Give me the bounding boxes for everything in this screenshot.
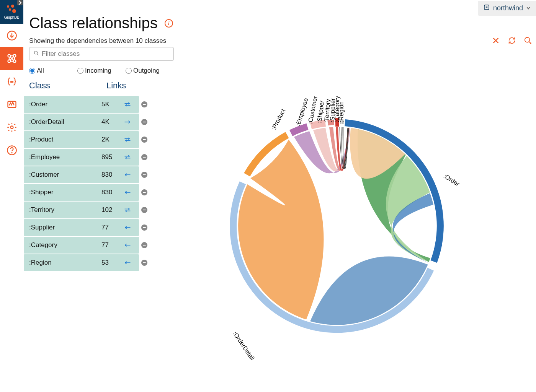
direction-icon[interactable] [122,119,133,125]
direction-icon[interactable] [122,102,133,107]
page-title: Class relationships i [29,15,536,32]
export-icon[interactable] [524,36,532,45]
links-count-cell: 102 [101,206,122,214]
svg-point-13 [34,51,38,54]
repository-selector[interactable]: northwind [478,1,536,16]
sidebar-sparql-icon[interactable] [0,70,23,93]
class-name-cell: :Product [29,136,101,143]
remove-class-button[interactable] [141,172,147,178]
remove-class-button[interactable] [141,154,147,160]
expand-sidebar-button[interactable] [17,0,23,5]
links-count-cell: 77 [101,241,122,249]
remove-class-button[interactable] [141,242,147,248]
filter-radio-incoming[interactable]: Incoming [77,67,126,75]
svg-point-9 [10,126,13,129]
remove-class-button[interactable] [141,137,147,143]
search-icon [33,50,42,58]
direction-icon[interactable] [122,260,133,265]
links-count-cell: 830 [101,171,122,179]
table-row[interactable]: :Customer830 [24,166,139,183]
close-icon[interactable] [492,36,500,45]
sidebar-setup-icon[interactable] [0,116,23,139]
table-row[interactable]: :Product2K [24,131,139,148]
direction-icon[interactable] [122,190,133,195]
chord-diagram[interactable]: :Order :OrderDetail :Product :Employee :… [226,96,448,363]
filter-radio-label: All [37,67,44,75]
filter-radio-label: Outgoing [133,67,160,75]
sidebar: GraphDB [0,0,23,392]
filter-radio-outgoing[interactable]: Outgoing [126,67,174,75]
sidebar-explore-icon[interactable] [0,47,23,70]
links-count-cell: 2K [101,136,122,143]
direction-icon[interactable] [122,225,133,230]
filter-classes-input[interactable] [42,50,170,58]
class-name-cell: :Supplier [29,224,101,231]
sidebar-monitor-icon[interactable] [0,93,23,116]
links-count-cell: 895 [101,153,122,161]
sidebar-import-icon[interactable] [0,24,23,47]
remove-class-button[interactable] [141,260,147,266]
links-count-cell: 53 [101,259,122,267]
links-count-cell: 4K [101,118,122,126]
class-name-cell: :Territory [29,206,101,214]
filter-classes-input-wrap[interactable] [29,47,174,61]
svg-point-11 [11,153,12,153]
chevron-down-icon [526,4,531,12]
page-subtitle: Showing the dependencies between 10 clas… [29,37,536,45]
table-row[interactable]: :OrderDetail4K [24,114,139,130]
direction-filter-group: AllIncomingOutgoing [29,67,174,75]
class-name-cell: :Order [29,101,101,108]
filter-radio-label: Incoming [85,67,111,75]
direction-icon[interactable] [122,137,133,142]
class-links-table: Class Links :Order5K:OrderDetail4K:Produ… [24,78,146,271]
remove-class-button[interactable] [141,119,147,125]
page-title-text: Class relationships [29,15,158,32]
table-row[interactable]: :Employee895 [24,149,139,166]
table-header-class: Class [29,81,106,91]
chord-label-region: :Region [338,101,345,122]
table-row[interactable]: :Shipper830 [24,184,139,201]
table-header-links: Links [106,81,126,91]
table-row[interactable]: :Supplier77 [24,219,139,236]
repository-name: northwind [493,4,523,12]
remove-class-button[interactable] [141,224,147,231]
svg-point-7 [12,81,13,82]
direction-icon[interactable] [122,207,133,213]
class-name-cell: :Customer [29,171,101,179]
sidebar-help-icon[interactable] [0,139,23,162]
direction-icon[interactable] [122,172,133,177]
filter-radio-input-incoming[interactable] [77,68,83,74]
remove-class-button[interactable] [141,189,147,195]
reload-icon[interactable] [508,36,516,45]
info-icon[interactable]: i [165,19,173,28]
filter-radio-all[interactable]: All [29,67,77,75]
svg-point-14 [525,37,530,42]
class-name-cell: :Shipper [29,189,101,196]
remove-class-button[interactable] [141,101,147,107]
table-row[interactable]: :Order5K [24,96,139,113]
class-name-cell: :Region [29,259,101,267]
links-count-cell: 77 [101,224,122,231]
table-row[interactable]: :Territory102 [24,202,139,218]
table-row[interactable]: :Region53 [24,254,139,271]
links-count-cell: 5K [101,101,122,108]
filter-radio-input-all[interactable] [29,68,35,74]
links-count-cell: 830 [101,189,122,196]
remove-class-button[interactable] [141,207,147,213]
repository-icon [483,4,490,13]
class-name-cell: :Employee [29,153,101,161]
class-name-cell: :Category [29,241,101,249]
filter-radio-input-outgoing[interactable] [126,68,132,74]
direction-icon[interactable] [122,155,133,160]
brand-text: GraphDB [4,15,20,20]
direction-icon[interactable] [122,242,133,248]
table-row[interactable]: :Category77 [24,237,139,254]
class-name-cell: :OrderDetail [29,118,101,126]
